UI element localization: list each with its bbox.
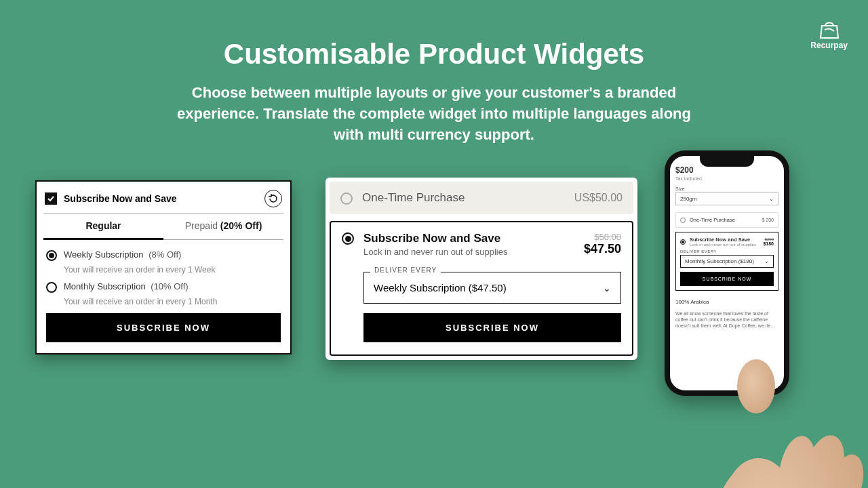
radio-icon: [46, 282, 57, 293]
subscribe-button[interactable]: SUBSCRIBE NOW: [363, 313, 621, 342]
chevron-down-icon: ⌄: [769, 196, 774, 202]
tab-prepaid[interactable]: Prepaid (20% Off): [163, 214, 283, 240]
tab-regular[interactable]: Regular: [43, 214, 163, 240]
bag-icon: [818, 19, 841, 39]
tax-note: Tax included.: [675, 176, 778, 181]
option-monthly-desc: Your will receive an order in every 1 Mo…: [64, 297, 281, 306]
phone-notch: [700, 156, 754, 167]
brand-logo: Recurpay: [810, 19, 848, 50]
subscribe-button[interactable]: SUBSCRIBE NOW: [680, 272, 774, 286]
radio-icon: [680, 218, 686, 223]
option-monthly[interactable]: Monthly Subscription (10% Off): [46, 281, 281, 293]
subscribe-button[interactable]: SUBSCRIBE NOW: [46, 313, 281, 342]
deliver-every-label: DELIVER EVERY: [680, 249, 774, 253]
radio-icon: [340, 192, 353, 205]
phone-screen: $200 Tax included. Size 250gm⌄ One-Time …: [670, 156, 784, 390]
subscribe-option[interactable]: Subscribe Now and Save Lock in and never…: [675, 232, 778, 291]
subscribe-title: Subscribe Now and Save: [363, 232, 574, 245]
product-desc-title: 100% Arabica: [675, 299, 778, 305]
frequency-select[interactable]: Monthtly Subscription ($180)⌄: [680, 255, 774, 268]
one-time-label: One-Time Purchase: [362, 191, 465, 205]
refresh-icon[interactable]: [264, 190, 282, 207]
one-time-option[interactable]: One-Time Purchase $ 200: [675, 212, 778, 228]
radio-icon: [342, 232, 354, 245]
price-discounted: $47.50: [584, 242, 621, 256]
widget-layout-b: One-Time Purchase US$50.00 Subscribe Now…: [326, 178, 637, 360]
one-time-price: US$50.00: [574, 192, 623, 204]
size-label: Size: [675, 186, 778, 191]
subscribe-subtitle: Lock in and never run out of supplies: [363, 247, 574, 257]
subscribe-option[interactable]: Subscribe Now and Save Lock in and never…: [330, 221, 633, 356]
product-price: $200: [675, 165, 778, 175]
subscribe-checkbox[interactable]: [45, 192, 57, 205]
page-subtitle: Choose between multiple layouts or give …: [176, 83, 692, 145]
chevron-down-icon: ⌄: [764, 258, 769, 264]
deliver-every-label: DELIVER EVERY: [370, 266, 441, 274]
widget-layout-a: Subscribe Now and Save Regular Prepaid (…: [35, 180, 292, 354]
radio-icon: [46, 250, 57, 261]
size-select[interactable]: 250gm⌄: [675, 192, 778, 205]
option-weekly[interactable]: Weekly Subscription (8% Off): [46, 249, 281, 261]
widget-a-title: Subscribe Now and Save: [64, 193, 177, 204]
phone-mockup: $200 Tax included. Size 250gm⌄ One-Time …: [665, 150, 789, 396]
one-time-option[interactable]: One-Time Purchase US$50.00: [330, 182, 633, 214]
chevron-down-icon: ⌄: [603, 283, 611, 293]
price-original: $50.00: [584, 232, 621, 242]
product-desc-body: We all know someone that loves the taste…: [675, 310, 778, 329]
frequency-select[interactable]: Weekly Subscription ($47.50) ⌄: [363, 272, 621, 304]
page-title: Customisable Product Widgets: [0, 0, 868, 70]
option-weekly-desc: Your will receive an order in every 1 We…: [64, 265, 281, 274]
brand-name: Recurpay: [810, 41, 848, 50]
radio-icon: [680, 239, 686, 245]
